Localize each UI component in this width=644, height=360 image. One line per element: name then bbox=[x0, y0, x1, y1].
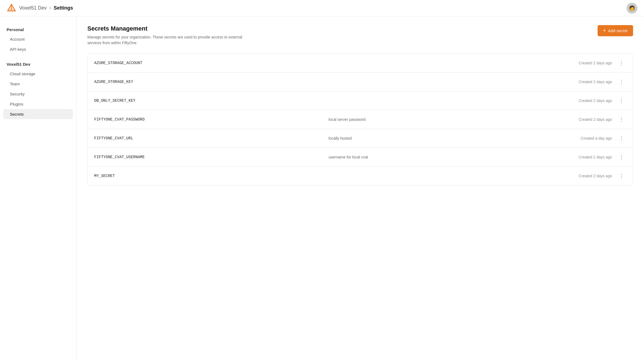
secret-name: AZURE_STORAGE_ACCOUNT bbox=[94, 61, 329, 65]
sidebar-item-plugins[interactable]: Plugins bbox=[0, 99, 76, 109]
secret-menu-button[interactable]: ⋮ bbox=[616, 153, 626, 161]
secret-menu-button[interactable]: ⋮ bbox=[616, 115, 626, 124]
page-title: Secrets Management bbox=[87, 25, 242, 32]
sidebar: Personal Account API keys Voxel51 Dev Cl… bbox=[0, 16, 76, 360]
sidebar-item-account[interactable]: Account bbox=[0, 34, 76, 44]
sidebar-item-cloud-storage[interactable]: Cloud storage bbox=[0, 69, 76, 79]
sidebar-org-label: Voxel51 Dev bbox=[0, 60, 76, 69]
secret-description: locally hosted bbox=[329, 136, 563, 140]
secret-name: FIFTYONE_CVAT_URL bbox=[94, 136, 329, 140]
secret-menu-button[interactable]: ⋮ bbox=[616, 77, 626, 86]
main-content: Secrets Management Manage secrets for yo… bbox=[76, 16, 644, 360]
sidebar-item-security[interactable]: Security bbox=[0, 89, 76, 99]
secret-name: MY_SECRET bbox=[94, 174, 329, 178]
page-description-line1: Manage secrets for your organization. Th… bbox=[87, 35, 242, 39]
breadcrumb-separator: > bbox=[49, 6, 51, 11]
secret-row: FIFTYONE_CVAT_URLlocally hostedCreated a… bbox=[88, 129, 633, 148]
page-header-text: Secrets Management Manage secrets for yo… bbox=[87, 25, 242, 46]
sidebar-item-api-keys[interactable]: API keys bbox=[0, 44, 76, 54]
secret-created: Created a day ago bbox=[563, 136, 612, 140]
secret-row: FIFTYONE_CVAT_PASSWORDlocal server passw… bbox=[88, 110, 633, 129]
sidebar-item-team[interactable]: Team bbox=[0, 79, 76, 89]
avatar-emoji: 🧑 bbox=[629, 5, 635, 11]
secret-created: Created 2 days ago bbox=[563, 61, 612, 65]
secret-created: Created 2 days ago bbox=[563, 174, 612, 178]
breadcrumb: Voxel51 Dev > Settings bbox=[19, 5, 73, 11]
layout: Personal Account API keys Voxel51 Dev Cl… bbox=[0, 16, 644, 360]
secret-description: local server password bbox=[329, 117, 563, 122]
secret-menu-button[interactable]: ⋮ bbox=[616, 134, 626, 143]
logo-icon bbox=[7, 3, 16, 13]
secret-created: Created 2 days ago bbox=[563, 155, 612, 159]
add-secret-button[interactable]: + Add secret bbox=[598, 25, 633, 36]
breadcrumb-org: Voxel51 Dev bbox=[19, 5, 47, 11]
page-description: Manage secrets for your organization. Th… bbox=[87, 34, 242, 46]
secret-row: AZURE_STORAGE_ACCOUNTCreated 2 days ago⋮ bbox=[88, 54, 633, 73]
secret-name: DB_ONLY_SECRET_KEY bbox=[94, 98, 329, 103]
secret-created: Created 2 days ago bbox=[563, 98, 612, 103]
sidebar-item-secrets[interactable]: Secrets bbox=[3, 109, 73, 119]
sidebar-personal-label: Personal bbox=[0, 25, 76, 34]
secret-menu-button[interactable]: ⋮ bbox=[616, 172, 626, 180]
secret-name: FIFTYONE_CVAT_PASSWORD bbox=[94, 117, 329, 122]
secret-description: username for local cvat bbox=[329, 155, 563, 159]
secrets-table: AZURE_STORAGE_ACCOUNTCreated 2 days ago⋮… bbox=[87, 53, 633, 185]
secret-menu-button[interactable]: ⋮ bbox=[616, 59, 626, 67]
secret-created: Created 2 days ago bbox=[563, 80, 612, 84]
secret-created: Created 2 days ago bbox=[563, 117, 612, 122]
breadcrumb-page: Settings bbox=[54, 5, 73, 11]
secret-row: AZURE_STORAGE_KEYCreated 2 days ago⋮ bbox=[88, 73, 633, 91]
secret-row: MY_SECRETCreated 2 days ago⋮ bbox=[88, 167, 633, 185]
secret-row: FIFTYONE_CVAT_USERNAMEusername for local… bbox=[88, 148, 633, 167]
secret-name: AZURE_STORAGE_KEY bbox=[94, 80, 329, 84]
page-header: Secrets Management Manage secrets for yo… bbox=[87, 25, 633, 46]
header: Voxel51 Dev > Settings 🧑 bbox=[0, 0, 644, 16]
add-secret-label: Add secret bbox=[608, 28, 628, 33]
plus-icon: + bbox=[603, 28, 606, 34]
secret-menu-button[interactable]: ⋮ bbox=[616, 96, 626, 105]
page-description-line2: services from within FiftyOne. bbox=[87, 41, 138, 45]
secret-name: FIFTYONE_CVAT_USERNAME bbox=[94, 155, 329, 159]
avatar[interactable]: 🧑 bbox=[627, 3, 637, 14]
secret-row: DB_ONLY_SECRET_KEYCreated 2 days ago⋮ bbox=[88, 91, 633, 110]
header-left: Voxel51 Dev > Settings bbox=[7, 3, 73, 13]
